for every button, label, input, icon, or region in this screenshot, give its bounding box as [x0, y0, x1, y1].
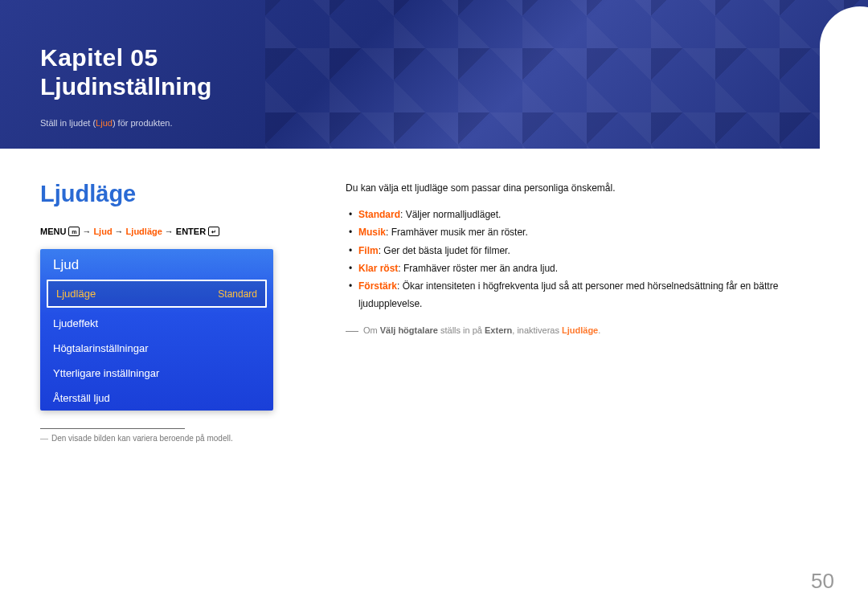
page-number: 50: [811, 569, 834, 594]
note-mid: ställs in på: [438, 325, 485, 335]
osd-item-ytterligare[interactable]: Ytterligare inställningar: [40, 361, 273, 386]
term-forstark: Förstärk: [358, 280, 397, 292]
subtitle-text-pre: Ställ in ljudet (: [40, 118, 96, 128]
list-item: Förstärk: Ökar intensiteten i högfrekven…: [346, 277, 828, 313]
footnote-text: Den visade bilden kan variera beroende p…: [51, 434, 233, 443]
osd-item-hogtalarinstallningar[interactable]: Högtalarinställningar: [40, 336, 273, 361]
note-line: Om Välj högtalare ställs in på Extern, i…: [346, 324, 828, 338]
manual-page: Kapitel 05 Ljudinställning Ställ in ljud…: [0, 0, 868, 613]
term-musik: Musik: [358, 227, 386, 238]
right-column: Du kan välja ett ljudläge som passar din…: [346, 181, 828, 443]
intro-text: Du kan välja ett ljudläge som passar din…: [346, 181, 828, 196]
term-standard: Standard: [358, 209, 400, 220]
breadcrumb-ljud: Ljud: [93, 227, 112, 236]
note-pre: Om: [363, 325, 380, 335]
osd-title: Ljud: [40, 249, 273, 280]
chapter-subtitle: Ställ in ljudet (Ljud) för produkten.: [40, 118, 211, 128]
osd-item-label: Högtalarinställningar: [53, 342, 149, 354]
note-bold2: Extern: [485, 325, 512, 335]
osd-item-label: Ljudläge: [56, 288, 96, 300]
arrow-icon: →: [82, 227, 91, 236]
page-body: Ljudläge MENU m → Ljud → Ljudläge → ENTE…: [40, 181, 828, 443]
menu-breadcrumb: MENU m → Ljud → Ljudläge → ENTER ↵: [40, 227, 273, 236]
osd-item-ljudlage[interactable]: Ljudläge Standard: [47, 280, 267, 308]
page-curve: [820, 6, 868, 149]
menu-icon: m: [68, 227, 80, 236]
chapter-header: Kapitel 05 Ljudinställning Ställ in ljud…: [40, 44, 211, 128]
osd-disclaimer: ―Den visade bilden kan variera beroende …: [40, 434, 273, 443]
menu-label: MENU: [40, 227, 66, 236]
osd-item-label: Ljudeffekt: [53, 317, 98, 329]
enter-icon: ↵: [208, 227, 219, 236]
term-desc: : Väljer normalljudläget.: [400, 209, 501, 220]
note-bold1: Välj högtalare: [380, 325, 438, 335]
osd-item-label: Ytterligare inställningar: [53, 367, 159, 379]
chapter-title: Ljudinställning: [40, 73, 211, 100]
section-title: Ljudläge: [40, 181, 273, 207]
note-post: .: [598, 325, 600, 335]
arrow-icon: →: [115, 227, 124, 236]
left-column: Ljudläge MENU m → Ljud → Ljudläge → ENTE…: [40, 181, 273, 443]
list-item: Klar röst: Framhäver röster mer än andra…: [346, 260, 828, 277]
osd-menu: Ljud Ljudläge Standard Ljudeffekt Högtal…: [40, 249, 273, 411]
osd-item-value: Standard: [218, 288, 257, 300]
chapter-label: Kapitel 05: [40, 44, 211, 72]
term-film: Film: [358, 245, 379, 256]
subtitle-accent: Ljud: [96, 118, 113, 128]
list-item: Film: Ger det bästa ljudet för filmer.: [346, 242, 828, 260]
osd-item-aterstall[interactable]: Återställ ljud: [40, 386, 273, 411]
term-klarrost: Klar röst: [358, 263, 398, 274]
term-desc: : Ger det bästa ljudet för filmer.: [379, 245, 510, 256]
mode-list: Standard: Väljer normalljudläget. Musik:…: [346, 206, 828, 313]
note-term: Ljudläge: [562, 325, 598, 335]
enter-label: ENTER: [176, 227, 206, 236]
list-item: Musik: Framhäver musik mer än röster.: [346, 223, 828, 241]
osd-item-label: Återställ ljud: [53, 392, 110, 404]
osd-item-ljudeffekt[interactable]: Ljudeffekt: [40, 311, 273, 336]
note-mid2: , inaktiveras: [512, 325, 562, 335]
term-desc: : Framhäver röster mer än andra ljud.: [398, 263, 558, 274]
term-desc: : Ökar intensiteten i högfrekventa ljud …: [358, 280, 778, 309]
dash-icon: ―: [40, 434, 48, 443]
note-dash-icon: [346, 331, 358, 332]
list-item: Standard: Väljer normalljudläget.: [346, 206, 828, 223]
breadcrumb-ljudlage: Ljudläge: [126, 227, 162, 236]
arrow-icon: →: [165, 227, 174, 236]
footnote-divider: [40, 428, 185, 429]
subtitle-text-post: ) för produkten.: [113, 118, 173, 128]
term-desc: : Framhäver musik mer än röster.: [386, 227, 528, 238]
